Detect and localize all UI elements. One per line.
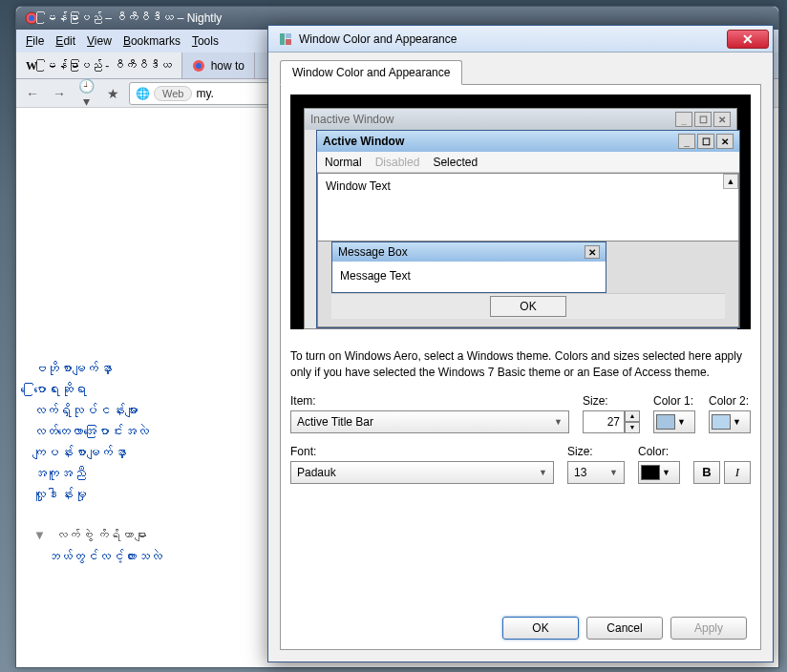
font-size-label: Size: bbox=[567, 445, 625, 458]
scrollbar-up-icon: ▲ bbox=[723, 174, 738, 189]
font-label: Font: bbox=[290, 445, 554, 458]
font-color-picker[interactable]: ▼ bbox=[638, 461, 680, 484]
color2-label: Color 2: bbox=[709, 394, 751, 408]
ff-tab-icon bbox=[192, 59, 205, 73]
close-icon: ✕ bbox=[713, 112, 731, 127]
spinner-up-icon[interactable]: ▲ bbox=[625, 410, 640, 422]
chevron-down-icon: ▼ bbox=[539, 468, 547, 477]
chevron-down-icon: ▼ bbox=[554, 417, 563, 427]
cancel-button[interactable]: Cancel bbox=[586, 617, 663, 640]
dialog-button-row: OK Cancel Apply bbox=[290, 607, 751, 640]
forward-button[interactable]: → bbox=[49, 83, 70, 104]
preview-menubar[interactable]: Normal Disabled Selected bbox=[317, 152, 739, 173]
window-title: မြန်မာပြည် – ဝီကီပီဒီယ – Nightly bbox=[45, 11, 222, 25]
svg-rect-4 bbox=[280, 33, 285, 45]
color-swatch bbox=[712, 414, 731, 430]
menu-selected: Selected bbox=[433, 156, 478, 169]
help-text: To turn on Windows Aero, select a Window… bbox=[290, 348, 751, 381]
font-color-label: Color: bbox=[638, 445, 680, 458]
svg-rect-6 bbox=[286, 39, 291, 45]
theme-preview: Inactive Window _ ☐ ✕ Active Window _ bbox=[290, 94, 751, 329]
color-swatch bbox=[656, 414, 675, 430]
bold-button[interactable]: B bbox=[693, 461, 720, 484]
spinner-down-icon[interactable]: ▼ bbox=[625, 422, 640, 433]
dialog-title: Window Color and Appearance bbox=[299, 32, 727, 46]
wiki-tab-icon: W bbox=[26, 59, 39, 73]
appearance-dialog: Window Color and Appearance ✕ Window Col… bbox=[267, 25, 774, 662]
maximize-icon: ☐ bbox=[694, 112, 712, 127]
msgbox-title: Message Box bbox=[338, 245, 408, 259]
svg-point-1 bbox=[29, 15, 34, 21]
preview-ok-button[interactable]: OK bbox=[490, 296, 566, 317]
menu-edit[interactable]: Edit bbox=[50, 32, 81, 50]
menu-normal: Normal bbox=[325, 156, 362, 169]
preview-active-window[interactable]: Active Window _ ☐ ✕ Normal Disabled Sele… bbox=[316, 130, 740, 328]
dialog-icon bbox=[278, 32, 293, 47]
inactive-title: Inactive Window bbox=[310, 113, 394, 126]
tab-label: how to bbox=[211, 59, 245, 73]
menu-view[interactable]: View bbox=[81, 32, 117, 50]
chevron-down-icon: ▼ bbox=[609, 468, 618, 477]
tab-label: မြန်မာပြည် - ဝီကီပီဒီယ bbox=[45, 59, 172, 73]
dialog-titlebar[interactable]: Window Color and Appearance ✕ bbox=[268, 26, 773, 52]
color2-picker[interactable]: ▼ bbox=[709, 410, 751, 433]
url-text: my. bbox=[196, 87, 213, 100]
chevron-down-icon: ▼ bbox=[662, 468, 670, 477]
preview-textarea[interactable]: Window Text ▲ bbox=[317, 173, 739, 242]
tab-header: Window Color and Appearance bbox=[280, 60, 761, 85]
tab-inactive[interactable]: how to bbox=[182, 52, 255, 78]
globe-icon: 🌐 bbox=[136, 87, 150, 100]
preview-inactive-window[interactable]: Inactive Window _ ☐ ✕ Active Window _ bbox=[304, 108, 737, 329]
maximize-icon: ☐ bbox=[697, 134, 714, 149]
menu-disabled: Disabled bbox=[375, 156, 420, 169]
history-dropdown[interactable]: 🕘▾ bbox=[75, 83, 96, 104]
active-title: Active Window bbox=[323, 135, 404, 148]
svg-rect-5 bbox=[286, 33, 291, 38]
italic-button[interactable]: I bbox=[724, 461, 751, 484]
item-size-input[interactable] bbox=[583, 410, 625, 433]
minimize-icon: _ bbox=[678, 134, 695, 149]
close-button[interactable]: ✕ bbox=[727, 30, 769, 49]
preview-message-box[interactable]: Message Box ✕ Message Text bbox=[331, 242, 606, 293]
chevron-down-icon: ▼ bbox=[677, 417, 686, 427]
favicon bbox=[24, 10, 39, 26]
chevron-down-icon: ▼ bbox=[733, 417, 741, 427]
menu-bookmarks[interactable]: Bookmarks bbox=[117, 32, 186, 50]
close-icon: ✕ bbox=[585, 245, 600, 259]
ok-button[interactable]: OK bbox=[502, 617, 579, 640]
menu-tools[interactable]: Tools bbox=[186, 32, 224, 50]
color1-label: Color 1: bbox=[653, 394, 695, 408]
apply-button[interactable]: Apply bbox=[670, 617, 747, 640]
search-mode-chip: Web bbox=[154, 86, 192, 101]
bookmark-star[interactable]: ★ bbox=[102, 83, 123, 104]
close-icon: ✕ bbox=[716, 134, 734, 149]
back-button[interactable]: ← bbox=[22, 83, 43, 104]
tab-appearance[interactable]: Window Color and Appearance bbox=[280, 60, 462, 85]
message-text: Message Text bbox=[332, 262, 606, 292]
menu-file[interactable]: File bbox=[20, 32, 50, 50]
window-text: Window Text bbox=[326, 179, 391, 193]
minimize-icon: _ bbox=[675, 112, 692, 127]
font-select[interactable]: Padauk ▼ bbox=[290, 461, 554, 484]
tab-active[interactable]: W မြန်မာပြည် - ဝီကီပီဒီယ bbox=[16, 52, 182, 78]
collapse-arrow-icon: ▼ bbox=[33, 528, 46, 542]
item-label: Item: bbox=[290, 394, 569, 408]
item-select[interactable]: Active Title Bar ▼ bbox=[290, 410, 569, 433]
font-size-select[interactable]: 13 ▼ bbox=[567, 461, 625, 484]
size-label: Size: bbox=[583, 394, 640, 408]
color1-picker[interactable]: ▼ bbox=[653, 410, 695, 433]
svg-point-3 bbox=[196, 63, 202, 69]
color-swatch bbox=[641, 465, 660, 480]
